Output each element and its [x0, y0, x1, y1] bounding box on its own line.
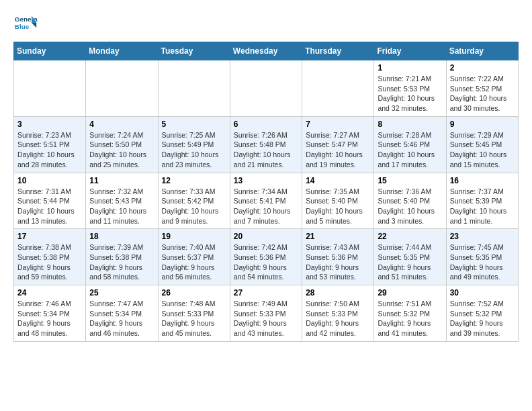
day-info: Sunrise: 7:33 AMSunset: 5:42 PMDaylight:… [162, 187, 226, 226]
day-number: 20 [234, 232, 298, 241]
calendar-cell: 17Sunrise: 7:38 AMSunset: 5:38 PMDayligh… [14, 229, 86, 285]
day-info: Sunrise: 7:36 AMSunset: 5:40 PMDaylight:… [378, 187, 442, 226]
calendar-cell: 8Sunrise: 7:28 AMSunset: 5:46 PMDaylight… [374, 116, 446, 173]
calendar-week-row: 17Sunrise: 7:38 AMSunset: 5:38 PMDayligh… [14, 229, 519, 285]
calendar-cell: 24Sunrise: 7:46 AMSunset: 5:34 PMDayligh… [14, 285, 86, 342]
day-number: 27 [234, 288, 298, 298]
calendar-cell: 2Sunrise: 7:22 AMSunset: 5:52 PMDaylight… [446, 60, 518, 117]
day-number: 14 [306, 176, 370, 185]
svg-marker-3 [32, 23, 36, 28]
day-info: Sunrise: 7:25 AMSunset: 5:49 PMDaylight:… [162, 130, 226, 170]
day-info: Sunrise: 7:45 AMSunset: 5:35 PMDaylight:… [450, 242, 515, 282]
calendar-cell: 25Sunrise: 7:47 AMSunset: 5:34 PMDayligh… [86, 285, 158, 342]
day-info: Sunrise: 7:29 AMSunset: 5:45 PMDaylight:… [450, 130, 515, 170]
calendar-cell: 14Sunrise: 7:35 AMSunset: 5:40 PMDayligh… [302, 173, 374, 229]
day-number: 13 [234, 176, 298, 185]
calendar-cell [158, 60, 230, 117]
day-info: Sunrise: 7:52 AMSunset: 5:32 PMDaylight:… [450, 299, 515, 338]
day-info: Sunrise: 7:35 AMSunset: 5:40 PMDaylight:… [306, 187, 370, 226]
logo-icon: General Blue [13, 11, 38, 35]
calendar-cell [14, 60, 86, 117]
day-info: Sunrise: 7:31 AMSunset: 5:44 PMDaylight:… [17, 187, 82, 226]
day-number: 1 [378, 63, 442, 73]
day-number: 18 [89, 232, 154, 241]
calendar-cell: 26Sunrise: 7:48 AMSunset: 5:33 PMDayligh… [158, 285, 230, 342]
calendar-body: 1Sunrise: 7:21 AMSunset: 5:53 PMDaylight… [14, 60, 519, 342]
day-info: Sunrise: 7:40 AMSunset: 5:37 PMDaylight:… [162, 242, 226, 282]
day-info: Sunrise: 7:44 AMSunset: 5:35 PMDaylight:… [378, 242, 442, 282]
calendar-cell: 4Sunrise: 7:24 AMSunset: 5:50 PMDaylight… [86, 116, 158, 173]
calendar-cell: 19Sunrise: 7:40 AMSunset: 5:37 PMDayligh… [158, 229, 230, 285]
day-number: 12 [162, 176, 226, 185]
day-info: Sunrise: 7:49 AMSunset: 5:33 PMDaylight:… [234, 299, 298, 338]
day-info: Sunrise: 7:38 AMSunset: 5:38 PMDaylight:… [17, 242, 82, 282]
logo: General Blue [13, 11, 38, 35]
weekday-header-row: SundayMondayTuesdayWednesdayThursdayFrid… [14, 42, 519, 60]
day-info: Sunrise: 7:27 AMSunset: 5:47 PMDaylight:… [306, 130, 370, 170]
calendar-cell: 15Sunrise: 7:36 AMSunset: 5:40 PMDayligh… [374, 173, 446, 229]
day-number: 11 [89, 176, 154, 185]
calendar-cell: 9Sunrise: 7:29 AMSunset: 5:45 PMDaylight… [446, 116, 518, 173]
calendar-cell: 23Sunrise: 7:45 AMSunset: 5:35 PMDayligh… [446, 229, 518, 285]
day-info: Sunrise: 7:21 AMSunset: 5:53 PMDaylight:… [378, 74, 442, 113]
day-info: Sunrise: 7:22 AMSunset: 5:52 PMDaylight:… [450, 74, 515, 113]
svg-text:Blue: Blue [15, 23, 30, 30]
day-info: Sunrise: 7:46 AMSunset: 5:34 PMDaylight:… [17, 299, 82, 338]
calendar-cell: 22Sunrise: 7:44 AMSunset: 5:35 PMDayligh… [374, 229, 446, 285]
calendar-cell: 20Sunrise: 7:42 AMSunset: 5:36 PMDayligh… [230, 229, 302, 285]
calendar-week-row: 10Sunrise: 7:31 AMSunset: 5:44 PMDayligh… [14, 173, 519, 229]
day-number: 5 [162, 120, 226, 129]
day-info: Sunrise: 7:39 AMSunset: 5:38 PMDaylight:… [89, 242, 154, 282]
day-number: 26 [162, 288, 226, 298]
day-number: 17 [17, 232, 82, 241]
day-info: Sunrise: 7:37 AMSunset: 5:39 PMDaylight:… [450, 187, 515, 226]
weekday-header-cell: Saturday [446, 42, 518, 60]
day-number: 28 [306, 288, 370, 298]
day-info: Sunrise: 7:50 AMSunset: 5:33 PMDaylight:… [306, 299, 370, 338]
weekday-header-cell: Wednesday [230, 42, 302, 60]
day-number: 21 [306, 232, 370, 241]
calendar-cell: 21Sunrise: 7:43 AMSunset: 5:36 PMDayligh… [302, 229, 374, 285]
calendar-cell: 11Sunrise: 7:32 AMSunset: 5:43 PMDayligh… [86, 173, 158, 229]
weekday-header-cell: Friday [374, 42, 446, 60]
weekday-header-cell: Monday [86, 42, 158, 60]
calendar-week-row: 1Sunrise: 7:21 AMSunset: 5:53 PMDaylight… [14, 60, 519, 117]
calendar-cell: 7Sunrise: 7:27 AMSunset: 5:47 PMDaylight… [302, 116, 374, 173]
calendar-cell: 18Sunrise: 7:39 AMSunset: 5:38 PMDayligh… [86, 229, 158, 285]
day-number: 24 [17, 288, 82, 298]
calendar-cell: 29Sunrise: 7:51 AMSunset: 5:32 PMDayligh… [374, 285, 446, 342]
day-number: 16 [450, 176, 515, 185]
day-number: 8 [378, 120, 442, 129]
calendar-cell: 6Sunrise: 7:26 AMSunset: 5:48 PMDaylight… [230, 116, 302, 173]
day-info: Sunrise: 7:34 AMSunset: 5:41 PMDaylight:… [234, 187, 298, 226]
weekday-header-cell: Thursday [302, 42, 374, 60]
day-info: Sunrise: 7:48 AMSunset: 5:33 PMDaylight:… [162, 299, 226, 338]
calendar-cell [86, 60, 158, 117]
calendar-cell: 13Sunrise: 7:34 AMSunset: 5:41 PMDayligh… [230, 173, 302, 229]
day-number: 7 [306, 120, 370, 129]
day-number: 25 [89, 288, 154, 298]
day-number: 4 [89, 120, 154, 129]
calendar-cell: 27Sunrise: 7:49 AMSunset: 5:33 PMDayligh… [230, 285, 302, 342]
day-info: Sunrise: 7:42 AMSunset: 5:36 PMDaylight:… [234, 242, 298, 282]
calendar-cell: 28Sunrise: 7:50 AMSunset: 5:33 PMDayligh… [302, 285, 374, 342]
calendar-cell [302, 60, 374, 117]
day-number: 23 [450, 232, 515, 241]
day-number: 6 [234, 120, 298, 129]
day-number: 10 [17, 176, 82, 185]
day-info: Sunrise: 7:28 AMSunset: 5:46 PMDaylight:… [378, 130, 442, 170]
weekday-header-cell: Tuesday [158, 42, 230, 60]
day-number: 19 [162, 232, 226, 241]
weekday-header-cell: Sunday [14, 42, 86, 60]
day-info: Sunrise: 7:32 AMSunset: 5:43 PMDaylight:… [89, 187, 154, 226]
day-number: 22 [378, 232, 442, 241]
day-info: Sunrise: 7:47 AMSunset: 5:34 PMDaylight:… [89, 299, 154, 338]
day-info: Sunrise: 7:24 AMSunset: 5:50 PMDaylight:… [89, 130, 154, 170]
day-number: 2 [450, 63, 515, 73]
day-number: 3 [17, 120, 82, 129]
day-number: 9 [450, 120, 515, 129]
calendar-cell: 12Sunrise: 7:33 AMSunset: 5:42 PMDayligh… [158, 173, 230, 229]
calendar-cell: 5Sunrise: 7:25 AMSunset: 5:49 PMDaylight… [158, 116, 230, 173]
day-info: Sunrise: 7:23 AMSunset: 5:51 PMDaylight:… [17, 130, 82, 170]
day-info: Sunrise: 7:26 AMSunset: 5:48 PMDaylight:… [234, 130, 298, 170]
